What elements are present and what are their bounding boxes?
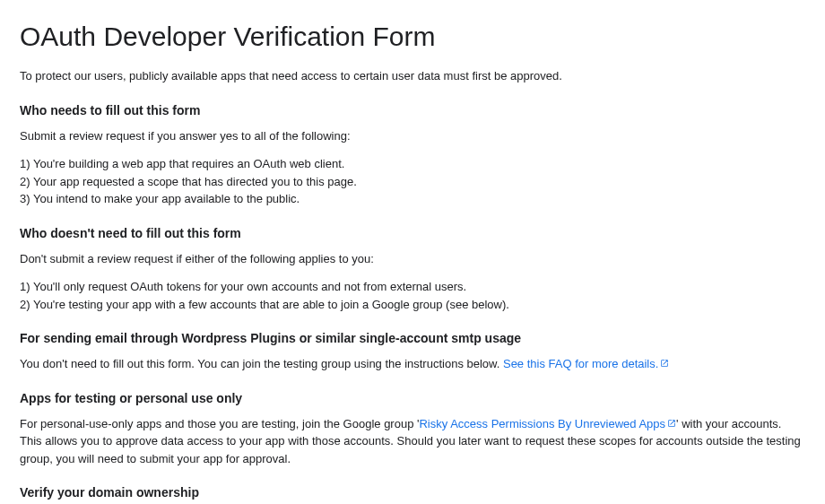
page-title: OAuth Developer Verification Form — [20, 16, 805, 56]
list-item: 1) You'll only request OAuth tokens for … — [20, 278, 805, 296]
smtp-text: You don't need to fill out this form. Yo… — [20, 355, 805, 373]
who-needs-lead: Submit a review request if you answer ye… — [20, 127, 805, 145]
heading-who-not: Who doesn't need to fill out this form — [20, 224, 805, 243]
link-text: Risky Access Permissions By Unreviewed A… — [419, 417, 665, 430]
text: You don't need to fill out this form. Yo… — [20, 357, 503, 370]
list-item: 2) You're testing your app with a few ac… — [20, 296, 805, 314]
testing-text: For personal-use-only apps and those you… — [20, 415, 805, 468]
link-text: See this FAQ for more details. — [503, 357, 658, 370]
heading-testing: Apps for testing or personal use only — [20, 389, 805, 408]
intro-text: To protect our users, publicly available… — [20, 67, 805, 85]
risky-access-link[interactable]: Risky Access Permissions By Unreviewed A… — [419, 417, 676, 430]
external-link-icon — [660, 359, 669, 368]
list-item: 1) You're building a web app that requir… — [20, 155, 805, 173]
text: For personal-use-only apps and those you… — [20, 417, 419, 430]
heading-verify: Verify your domain ownership — [20, 483, 805, 502]
list-item: 3) You intend to make your app available… — [20, 190, 805, 208]
who-needs-list: 1) You're building a web app that requir… — [20, 155, 805, 208]
who-not-lead: Don't submit a review request if either … — [20, 250, 805, 268]
external-link-icon — [667, 419, 676, 428]
list-item: 2) Your app requested a scope that has d… — [20, 173, 805, 191]
heading-smtp: For sending email through Wordpress Plug… — [20, 329, 805, 348]
faq-link[interactable]: See this FAQ for more details. — [503, 357, 669, 370]
heading-who-needs: Who needs to fill out this form — [20, 101, 805, 120]
who-not-list: 1) You'll only request OAuth tokens for … — [20, 278, 805, 313]
